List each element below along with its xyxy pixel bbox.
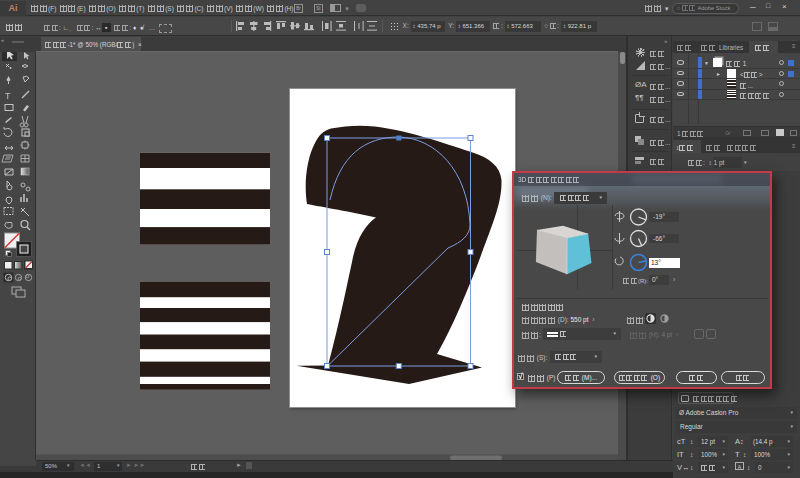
svg-text:T: T [5, 91, 11, 101]
